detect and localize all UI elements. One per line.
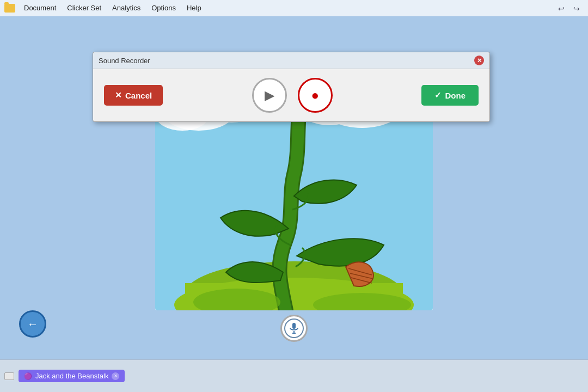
play-button[interactable]: ▶ [252,78,287,113]
menu-analytics[interactable]: Analytics [108,3,145,13]
dialog-title-bar: Sound Recorder ✕ [93,52,489,69]
taskbar: 🟣 Jack and the Beanstalk × [0,359,588,392]
dialog-close-button[interactable]: ✕ [474,56,484,65]
dialog-title: Sound Recorder [99,57,150,65]
svg-rect-15 [292,323,296,329]
menu-help[interactable]: Help [182,3,206,13]
menu-document[interactable]: Document [20,3,60,13]
redo-button[interactable]: ↪ [571,3,583,15]
done-check-icon: ✓ [434,90,442,100]
record-icon: ● [311,88,320,103]
mic-icon [287,322,301,335]
menu-bar: Document Clicker Set Analytics Options H… [20,3,206,13]
menu-options[interactable]: Options [147,3,180,13]
done-button[interactable]: ✓ Done [421,85,479,106]
main-content: Sound Recorder ✕ ✕ Cancel ▶ ● ✓ Done [0,16,588,359]
window-controls: ↩ ↪ [555,3,583,15]
mic-inner [284,318,304,338]
playback-controls: ▶ ● [252,78,333,113]
taskbar-tab[interactable]: 🟣 Jack and the Beanstalk × [19,370,125,382]
undo-button[interactable]: ↩ [555,3,567,15]
play-icon: ▶ [265,88,274,103]
back-button[interactable]: ← [19,310,46,338]
cancel-button[interactable]: ✕ Cancel [104,85,163,106]
folder-icon[interactable] [4,4,15,13]
record-button[interactable]: ● [298,78,333,113]
back-arrow-icon: ← [27,318,38,330]
taskbar-tab-icon: 🟣 [24,372,32,380]
cancel-label: Cancel [125,91,152,100]
done-label: Done [445,91,465,100]
title-bar: Document Clicker Set Analytics Options H… [0,0,588,16]
taskbar-tab-label: Jack and the Beanstalk [35,372,108,380]
tab-close-button[interactable]: × [112,372,119,380]
sound-recorder-dialog: Sound Recorder ✕ ✕ Cancel ▶ ● ✓ Done [93,52,490,122]
dialog-body: ✕ Cancel ▶ ● ✓ Done [93,69,489,121]
cancel-x-icon: ✕ [115,90,122,100]
menu-clicker-set[interactable]: Clicker Set [63,3,106,13]
taskbar-small-icon [4,372,14,380]
microphone-button[interactable] [280,315,308,342]
